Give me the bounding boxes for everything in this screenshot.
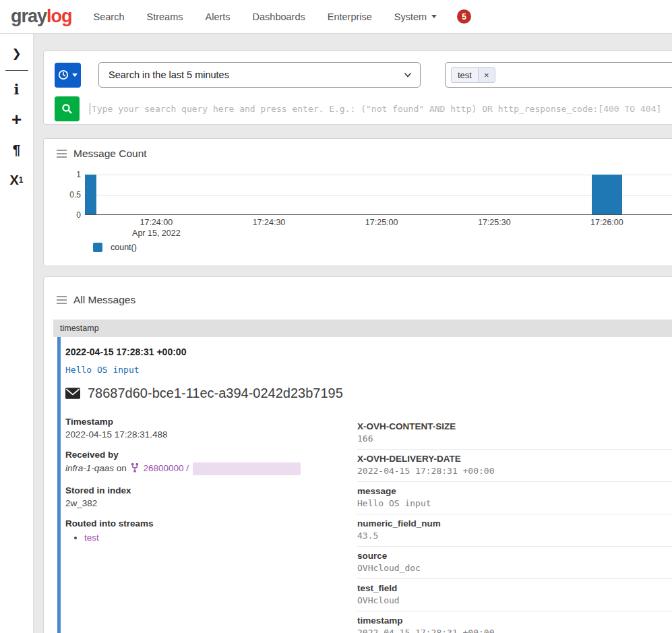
expand-sidebar-icon[interactable]: ❯: [5, 42, 28, 65]
message-meta-column: Timestamp 2022-04-15 17:28:31.488 Receiv…: [65, 417, 357, 633]
x-axis-tick: 17:24:00: [140, 218, 173, 227]
legend-label: count(): [111, 243, 137, 252]
logo-text-log: log: [47, 6, 72, 26]
y-axis-tick: 0: [44, 210, 81, 220]
field-row: X-OVH-DELIVERY-DATE 2022-04-15 17:28:31 …: [357, 450, 672, 482]
stream-chip-label: test: [452, 68, 478, 82]
chart-legend: count(): [93, 243, 137, 252]
code-fork-icon: [131, 462, 139, 473]
field-name[interactable]: timestamp: [357, 615, 672, 626]
chart-bar[interactable]: [85, 175, 96, 214]
stream-chip: test ×: [451, 67, 495, 83]
top-navbar: graylog Search Streams Alerts Dashboards…: [0, 0, 672, 34]
x-axis-tick: 17:25:00: [365, 218, 398, 227]
meta-timestamp-label: Timestamp: [65, 417, 357, 427]
field-value: 2022-04-15 17:28:31 +00:00: [357, 628, 672, 633]
nav-item-streams-label: Streams: [147, 11, 183, 22]
field-value: Hello OS input: [357, 498, 672, 508]
chart-bar[interactable]: [592, 175, 622, 214]
search-query-input[interactable]: [92, 104, 672, 114]
fields-icon-x: X: [9, 173, 18, 188]
stream-filter-input[interactable]: test ×: [445, 62, 672, 88]
formatting-icon[interactable]: ¶: [5, 138, 28, 161]
nav-item-search[interactable]: Search: [94, 11, 125, 22]
nav-item-alerts-label: Alerts: [206, 11, 231, 22]
field-name[interactable]: message: [357, 486, 672, 496]
nav-item-streams[interactable]: Streams: [147, 11, 183, 22]
message-count-widget: Message Count 1 0.5 0 17:24:00Apr 15, 20…: [43, 138, 672, 266]
envelope-icon: [65, 388, 80, 399]
streams-list: test: [84, 533, 357, 543]
input-id-link[interactable]: 26800000: [143, 463, 183, 473]
chevron-down-icon: [431, 15, 437, 18]
meta-stored-label: Stored in index: [65, 485, 357, 495]
table-header-timestamp[interactable]: timestamp: [53, 320, 672, 337]
y-axis-tick: 0.5: [44, 190, 81, 200]
meta-routed-label: Routed into streams: [65, 518, 357, 529]
x-axis-tick: 17:24:30: [253, 218, 286, 227]
add-widget-icon[interactable]: +: [5, 108, 28, 131]
nav-item-dashboards-label: Dashboards: [253, 11, 305, 22]
field-row: test_field OVHcloud: [357, 579, 672, 611]
notification-count-badge[interactable]: 5: [457, 9, 471, 24]
field-name[interactable]: X-OVH-CONTENT-SIZE: [357, 421, 672, 431]
nav-menu: Search Streams Alerts Dashboards Enterpr…: [94, 11, 437, 22]
chart-plot: [85, 175, 672, 215]
field-name[interactable]: X-OVH-DELIVERY-DATE: [357, 454, 672, 464]
message-timestamp[interactable]: 2022-04-15 17:28:31 +00:00: [65, 346, 672, 357]
y-axis-tick: 1: [44, 170, 81, 179]
field-name[interactable]: source: [357, 551, 672, 561]
remove-stream-chip-button[interactable]: ×: [478, 68, 495, 82]
search-submit-button[interactable]: [55, 96, 80, 121]
x-axis: 17:24:00Apr 15, 202217:24:3017:25:0017:2…: [85, 218, 672, 228]
sidebar-divider: [5, 70, 28, 71]
time-range-select[interactable]: Search in the last 5 minutes: [98, 62, 421, 88]
widget-title: All Messages: [73, 294, 135, 306]
nav-item-alerts[interactable]: Alerts: [206, 11, 231, 22]
query-input-wrap: [90, 103, 672, 115]
received-on-word: on: [117, 463, 127, 473]
node-name: infra-1-qaas: [65, 463, 114, 473]
message-fields-column: X-OVH-CONTENT-SIZE 166 X-OVH-DELIVERY-DA…: [357, 417, 672, 633]
nav-item-enterprise[interactable]: Enterprise: [328, 11, 372, 22]
field-row: numeric_field_num 43.5: [357, 514, 672, 547]
stream-list-item: test: [84, 533, 357, 543]
field-name[interactable]: test_field: [357, 583, 672, 593]
fields-icon[interactable]: X1: [5, 169, 28, 191]
input-separator: /: [186, 463, 189, 473]
stream-link-test[interactable]: test: [84, 533, 99, 543]
field-name[interactable]: numeric_field_num: [357, 518, 672, 529]
time-range-dropdown-button[interactable]: [55, 63, 81, 88]
info-icon[interactable]: i: [5, 78, 28, 100]
x-axis-tick: 17:25:30: [478, 218, 511, 227]
meta-timestamp-value: 2022-04-15 17:28:31.488: [65, 429, 357, 440]
nav-item-system[interactable]: System: [394, 11, 437, 22]
field-value: 43.5: [357, 531, 672, 541]
field-value: 2022-04-15 17:28:31 +00:00: [357, 466, 672, 476]
meta-received-by-label: Received by: [65, 450, 357, 460]
left-sidebar: ❯ i + ¶ X1: [0, 34, 34, 633]
nav-item-system-label: System: [394, 11, 427, 22]
clock-icon: [58, 69, 69, 80]
all-messages-widget: All Messages timestamp 2022-04-15 17:28:…: [43, 276, 672, 633]
legend-swatch: [93, 243, 102, 252]
widget-drag-handle-icon[interactable]: [57, 296, 67, 304]
text-cursor: [90, 103, 90, 115]
chevron-down-icon: [72, 73, 78, 77]
message-row: 2022-04-15 17:28:31 +00:00 Hello OS inpu…: [57, 337, 672, 633]
widget-drag-handle-icon[interactable]: [57, 150, 67, 158]
message-count-chart: 1 0.5 0 17:24:00Apr 15, 202217:24:3017:2…: [44, 166, 672, 260]
graylog-logo[interactable]: graylog: [11, 6, 72, 27]
gridline: [85, 175, 672, 175]
message-details: Timestamp 2022-04-15 17:28:31.488 Receiv…: [65, 417, 672, 633]
widget-title: Message Count: [73, 148, 147, 160]
x-axis-date-label: Apr 15, 2022: [132, 229, 181, 238]
field-value: 166: [357, 433, 672, 444]
field-row: timestamp 2022-04-15 17:28:31 +00:00: [357, 611, 672, 633]
fields-icon-sub: 1: [19, 175, 24, 185]
meta-routed-value: test: [65, 533, 357, 543]
meta-received-by-value: infra-1-qaas on 26800000 /: [65, 462, 357, 475]
nav-item-dashboards[interactable]: Dashboards: [253, 11, 305, 22]
search-controls-panel: Search in the last 5 minutes test ×: [43, 51, 672, 125]
nav-item-search-label: Search: [94, 11, 125, 22]
